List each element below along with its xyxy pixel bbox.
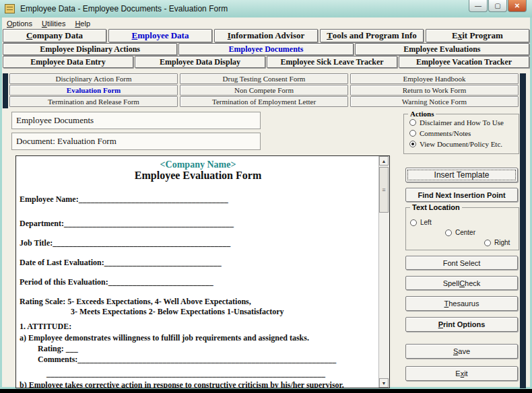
close-button-icon[interactable]: ✕ xyxy=(508,0,527,12)
tab-employee-data-display[interactable]: Employee Data Display xyxy=(135,56,265,68)
font-select-button[interactable]: Font Select xyxy=(405,256,518,270)
menu-options[interactable]: Options xyxy=(2,20,37,28)
insert-template-button[interactable]: Insert Template xyxy=(405,168,518,182)
radio-text-center[interactable]: Center xyxy=(445,229,475,236)
tab-employee-vacation-tracker[interactable]: Employee Vacation Tracker xyxy=(399,56,529,68)
thesaurus-button[interactable]: Thesaurus xyxy=(405,296,518,311)
tab-employee-documents[interactable]: Employee Documents xyxy=(178,43,353,55)
scroll-up-icon[interactable]: ▲ xyxy=(379,156,389,166)
scrollbar-thumb[interactable]: ≡ xyxy=(379,167,389,213)
doc-field-employee-name: Employee Name:__________________________… xyxy=(20,194,376,205)
app-window: Employee Data - Employee Documents - Eva… xyxy=(0,0,532,389)
radio-comments-notes[interactable]: Comments/Notes xyxy=(409,129,471,137)
tab-exit-program[interactable]: Exit Program xyxy=(426,29,529,42)
minimize-button-icon[interactable]: — xyxy=(469,0,488,12)
text-location-groupbox: Text Location Left Center Right xyxy=(405,207,519,250)
find-next-insertion-point-button[interactable]: Find Next Insertion Point xyxy=(405,188,518,202)
titlebar[interactable]: Employee Data - Employee Documents - Eva… xyxy=(0,0,532,17)
radio-label: Disclaimer and How To Use xyxy=(420,118,504,127)
radio-label: View Document/Policy Etc. xyxy=(420,140,502,148)
doc-button-termination-and-release-form[interactable]: Termination and Release Form xyxy=(9,96,178,107)
doc-comments-a: Comments:_______________________________… xyxy=(20,355,376,365)
subsection-tab-row: Employee Data Entry Employee Data Displa… xyxy=(3,56,529,68)
save-button[interactable]: Save xyxy=(405,344,518,359)
document-button-grid: Disciplinary Action Form Drug Testing Co… xyxy=(9,73,519,108)
radio-label: Right xyxy=(494,239,510,246)
exit-button[interactable]: Exit xyxy=(405,366,518,381)
radio-view-document[interactable]: View Document/Policy Etc. xyxy=(409,140,502,148)
maximize-button-icon[interactable]: ▢ xyxy=(488,0,507,12)
doc-comments-a-line2: ________________________________________… xyxy=(20,369,376,379)
main-tab-row: Company Data Employee Data Information A… xyxy=(3,29,529,42)
tab-employee-data-entry[interactable]: Employee Data Entry xyxy=(3,56,133,68)
tab-information-advisor[interactable]: Information Advisor xyxy=(214,29,318,42)
tab-company-data[interactable]: Company Data xyxy=(3,29,106,42)
radio-icon xyxy=(409,130,416,137)
doc-attitude-header: 1. ATTITUDE: xyxy=(20,322,376,332)
category-label-box: Employee Documents xyxy=(11,112,261,129)
doc-field-job-title: Job Title:______________________________… xyxy=(20,238,376,248)
text-location-legend: Text Location xyxy=(410,203,462,211)
doc-button-warning-notice-form[interactable]: Warning Notice Form xyxy=(350,96,519,107)
radio-disclaimer[interactable]: Disclaimer and How To Use xyxy=(409,118,504,127)
actions-groupbox: Actions Disclaimer and How To Use Commen… xyxy=(403,114,519,154)
doc-button-employee-handbook[interactable]: Employee Handbook xyxy=(350,73,519,84)
menu-utilities[interactable]: Utilities xyxy=(37,20,70,28)
panel-right-edge xyxy=(520,73,526,388)
radio-text-right[interactable]: Right xyxy=(484,239,510,246)
app-icon xyxy=(5,4,15,13)
doc-button-drug-testing-consent-form[interactable]: Drug Testing Consent Form xyxy=(180,73,348,84)
doc-item-a: a) Employee demonstrates willingness to … xyxy=(20,333,376,343)
tab-tools-program-info[interactable]: Tools and Program Info xyxy=(320,29,424,42)
doc-button-return-to-work-form[interactable]: Return to Work Form xyxy=(350,85,519,96)
doc-company-name: <Company Name> xyxy=(20,159,376,170)
radio-text-left[interactable]: Left xyxy=(410,219,432,226)
doc-item-b: b) Employee takes corrective action in r… xyxy=(20,380,376,388)
doc-field-period: Period of this Evaluation:______________… xyxy=(20,277,376,287)
radio-label: Center xyxy=(455,229,475,236)
panel-left-edge xyxy=(3,73,8,108)
document-scrollbar[interactable]: ▲ ≡ ▼ xyxy=(378,156,389,388)
doc-title: Employee Evaluation Form xyxy=(20,170,376,182)
radio-label: Comments/Notes xyxy=(420,129,471,137)
doc-rating-a: Rating: ___ xyxy=(20,344,376,354)
doc-button-evaluation-form[interactable]: Evaluation Form xyxy=(9,85,178,96)
radio-icon xyxy=(410,219,417,226)
tab-employee-disciplinary-actions[interactable]: Employee Displinary Actions xyxy=(3,43,177,55)
document-label-box: Document: Evaluation Form xyxy=(11,133,261,150)
doc-button-non-compete-form[interactable]: Non Compete Form xyxy=(180,85,348,96)
section-tab-row: Employee Displinary Actions Employee Doc… xyxy=(3,43,529,55)
radio-label: Left xyxy=(420,219,432,226)
document-content: <Company Name> Employee Evaluation Form … xyxy=(16,156,379,388)
menu-bar: Options Utilities Help xyxy=(2,18,530,29)
scroll-down-icon[interactable]: ▼ xyxy=(379,378,389,388)
radio-icon xyxy=(484,240,491,246)
spell-check-button[interactable]: Spell Check xyxy=(405,276,518,290)
tab-employee-evaluations[interactable]: Employee Evaluations xyxy=(355,43,529,55)
print-options-button[interactable]: Print Options xyxy=(405,317,518,332)
tab-employee-sick-leave-tracker[interactable]: Employee Sick Leave Tracker xyxy=(267,56,397,68)
doc-rating-scale-1: Rating Scale: 5- Exceeds Expectations, 4… xyxy=(20,297,376,307)
doc-field-date-last-evaluation: Date of Last Evaluation:________________… xyxy=(20,258,376,268)
doc-rating-scale-2: 3- Meets Expectations 2- Below Expectati… xyxy=(20,307,376,317)
doc-field-department: Department:_____________________________… xyxy=(20,219,376,229)
menu-help[interactable]: Help xyxy=(70,20,95,28)
radio-icon xyxy=(409,141,416,147)
window-title: Employee Data - Employee Documents - Eva… xyxy=(20,4,228,13)
radio-icon xyxy=(445,229,452,236)
radio-icon xyxy=(409,119,416,126)
tab-employee-data[interactable]: Employee Data xyxy=(108,29,212,42)
document-viewer[interactable]: <Company Name> Employee Evaluation Form … xyxy=(15,155,390,388)
actions-legend: Actions xyxy=(408,110,436,118)
doc-button-disciplinary-action-form[interactable]: Disciplinary Action Form xyxy=(9,73,178,84)
doc-button-termination-of-employment-letter[interactable]: Termination of Employment Letter xyxy=(180,96,348,107)
